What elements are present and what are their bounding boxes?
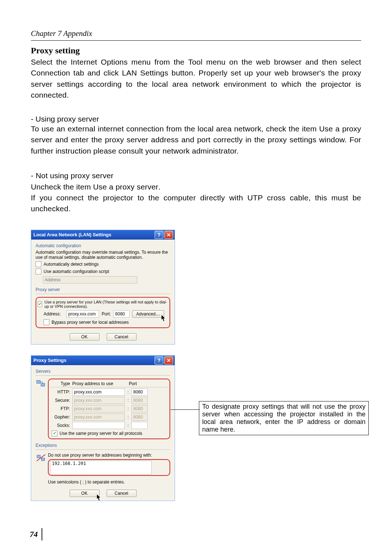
checkbox-auto-script[interactable]: [36, 269, 41, 274]
colon: :: [127, 398, 129, 403]
text: Select the: [31, 58, 71, 66]
text-bold: Tool: [188, 58, 202, 66]
proxy-settings-dialog: Proxy Settings ? ✕ Servers: [31, 355, 175, 501]
group-automatic-configuration: Automatic configuration: [36, 243, 170, 248]
gopher-address-input: [72, 413, 125, 421]
text: Uncheck the item: [31, 183, 93, 191]
highlighted-proxy-section: ✔ Use a proxy server for your LAN (These…: [36, 297, 170, 328]
text-bold: Use a proxy server: [93, 183, 158, 191]
page-footer: 74: [30, 528, 42, 540]
svg-rect-1: [41, 383, 45, 386]
cancel-button[interactable]: Cancel: [107, 333, 136, 340]
auto-config-description: Automatic configuration may override man…: [36, 250, 170, 260]
text-bold: Connection: [31, 69, 70, 77]
callout-text: To designate proxy settings that will no…: [202, 403, 366, 433]
close-icon[interactable]: ✕: [164, 356, 173, 364]
section-title-proxy-setting: Proxy setting: [31, 46, 361, 56]
group-exceptions: Exceptions: [36, 443, 170, 448]
label-bypass-proxy: Bypass proxy server for local addresses: [52, 320, 129, 325]
help-icon[interactable]: ?: [155, 356, 163, 364]
checkbox-bypass-proxy[interactable]: [44, 319, 49, 325]
page-number: 74: [30, 530, 38, 539]
lan-settings-dialog: Local Area Network (LAN) Settings ? ✕ Au…: [31, 230, 175, 344]
callout-leader-line: [171, 409, 200, 410]
callout-box: To designate proxy settings that will no…: [199, 401, 369, 435]
proxy-dialog-titlebar[interactable]: Proxy Settings ? ✕: [31, 356, 175, 365]
secure-port-input: [131, 397, 148, 404]
socks-port-input[interactable]: [131, 422, 148, 429]
lan-dialog-title: Local Area Network (LAN) Settings: [33, 232, 111, 237]
proxy-port-input[interactable]: [113, 310, 130, 318]
text: If you connect the projector to the comp…: [31, 193, 361, 213]
text-bold: LAN Settings: [122, 69, 168, 77]
lan-dialog-titlebar[interactable]: Local Area Network (LAN) Settings ? ✕: [31, 230, 175, 240]
semicolon-hint: Use semicolons ( ; ) to separate entries…: [48, 479, 170, 485]
ok-button[interactable]: OK: [70, 333, 99, 340]
svg-rect-2: [37, 455, 40, 458]
http-address-input[interactable]: [72, 388, 125, 396]
label-ftp: FTP:: [50, 406, 70, 411]
label-auto-script: Use automatic configuration script: [44, 269, 109, 274]
cancel-button[interactable]: Cancel: [107, 490, 136, 497]
colon: :: [127, 389, 129, 395]
text: menu on the web browser and then select: [203, 58, 361, 66]
label-same-proxy: Use the same proxy server for all protoc…: [60, 431, 142, 436]
ok-button[interactable]: OK: [70, 490, 99, 497]
checkbox-auto-detect[interactable]: [36, 261, 41, 267]
close-icon[interactable]: ✕: [164, 231, 173, 239]
label-secure: Secure:: [50, 398, 70, 403]
secure-address-input: [72, 397, 125, 404]
exceptions-input[interactable]: 192.168.1.201: [50, 461, 152, 474]
exceptions-text: Do not use proxy server for addresses be…: [48, 453, 170, 458]
chapter-heading: Chapter 7 Appendix: [31, 29, 361, 41]
checkbox-use-proxy[interactable]: ✔: [38, 301, 42, 307]
not-using-paragraph: Uncheck the item Use a proxy server. If …: [31, 181, 361, 215]
text: and enter the proxy server address and p…: [31, 135, 361, 155]
socks-address-input[interactable]: [72, 422, 125, 429]
text: To use an external internet connection f…: [31, 125, 319, 133]
label-address: Address:: [44, 311, 64, 317]
highlighted-servers-section: Type Proxy address to use Port HTTP: : S…: [48, 379, 170, 439]
col-port: Port: [129, 381, 147, 386]
advanced-button[interactable]: Advanced…: [132, 310, 164, 318]
colon: :: [127, 415, 129, 420]
intro-paragraph: Select the Internet Options menu from th…: [31, 57, 361, 101]
label-socks: Socks:: [50, 423, 70, 428]
svg-rect-3: [41, 458, 45, 461]
subheading-not-using-proxy: - Not using proxy server: [31, 170, 361, 181]
label-gopher: Gopher:: [50, 415, 70, 420]
text-bold: Internet Options: [71, 58, 128, 66]
servers-icon: [36, 379, 46, 389]
col-type: Type: [50, 381, 70, 386]
text: menu from the: [128, 58, 188, 66]
using-paragraph: To use an external internet connection f…: [31, 123, 361, 156]
highlighted-exceptions: 192.168.1.201: [48, 459, 170, 476]
proxy-dialog-title: Proxy Settings: [33, 358, 66, 363]
col-addr: Proxy address to use: [72, 381, 127, 386]
svg-rect-0: [37, 380, 40, 383]
text: .: [158, 183, 160, 191]
ftp-port-input: [131, 405, 148, 412]
footer-divider: [41, 528, 42, 540]
colon: :: [127, 406, 129, 411]
label-http: HTTP:: [50, 389, 70, 395]
checkbox-same-proxy[interactable]: ✔: [52, 430, 57, 436]
ftp-address-input: [72, 405, 125, 412]
exceptions-icon: [36, 453, 46, 464]
label-auto-detect: Automatically detect settings: [44, 262, 99, 267]
label-port: Port:: [102, 311, 111, 317]
text: tab and click: [70, 69, 122, 77]
script-address-input: [43, 276, 137, 283]
subheading-using-proxy: - Using proxy server: [31, 115, 361, 123]
http-port-input[interactable]: [131, 388, 148, 396]
label-use-proxy: Use a proxy server for your LAN (These s…: [44, 300, 168, 309]
gopher-port-input: [131, 413, 148, 421]
group-servers: Servers: [36, 369, 170, 374]
proxy-address-input[interactable]: [66, 310, 99, 318]
group-proxy-server: Proxy server: [36, 287, 170, 292]
colon: :: [127, 423, 129, 428]
help-icon[interactable]: ?: [155, 231, 163, 239]
